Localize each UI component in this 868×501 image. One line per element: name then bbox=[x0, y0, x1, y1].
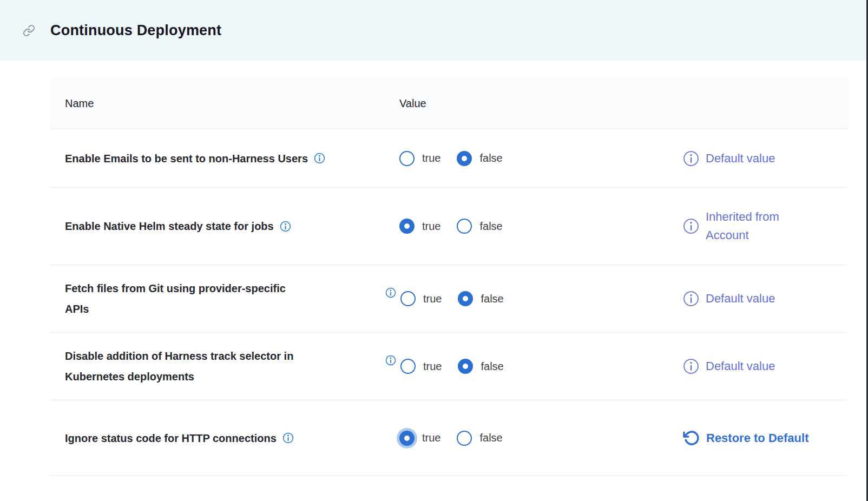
status-text: Default value bbox=[706, 289, 775, 308]
column-header-value: Value bbox=[399, 97, 671, 110]
radio-circle-false bbox=[458, 359, 473, 374]
setting-name: Enable Native Helm steady state for jobs bbox=[65, 216, 274, 236]
radio-label-false: false bbox=[479, 152, 502, 164]
status-badge: Default value bbox=[683, 149, 775, 168]
radio-false[interactable]: false bbox=[457, 151, 502, 166]
setting-name: Enable Emails to be sent to non-Harness … bbox=[65, 148, 308, 169]
info-icon[interactable] bbox=[280, 221, 291, 232]
restore-label: Restore to Default bbox=[706, 429, 808, 447]
setting-name: Disable addition of Harness track select… bbox=[65, 346, 390, 387]
radio-circle-false bbox=[457, 219, 472, 234]
radio-label-true: true bbox=[422, 220, 440, 233]
radio-label-false: false bbox=[479, 432, 502, 444]
info-icon[interactable] bbox=[683, 150, 699, 167]
radio-circle-true bbox=[399, 151, 415, 166]
info-icon[interactable] bbox=[683, 291, 699, 307]
info-icon[interactable] bbox=[385, 287, 396, 298]
radio-false[interactable]: false bbox=[457, 219, 502, 234]
restore-icon bbox=[683, 430, 700, 446]
radio-false[interactable]: false bbox=[458, 359, 503, 374]
setting-row: Enable Native Helm steady state for jobs… bbox=[50, 188, 848, 265]
info-icon[interactable] bbox=[314, 153, 325, 164]
radio-true[interactable]: true bbox=[399, 151, 440, 166]
radio-false[interactable]: false bbox=[458, 291, 503, 306]
status-badge: Default value bbox=[683, 289, 775, 308]
radio-circle-false bbox=[457, 151, 472, 166]
radio-label-true: true bbox=[422, 432, 440, 444]
radio-label-false: false bbox=[481, 360, 503, 373]
radio-circle-true bbox=[399, 219, 415, 234]
info-icon[interactable] bbox=[282, 432, 294, 444]
info-icon[interactable] bbox=[683, 358, 699, 374]
radio-label-false: false bbox=[479, 220, 502, 233]
radio-true[interactable]: true bbox=[399, 431, 440, 446]
radio-group: true false bbox=[399, 219, 671, 234]
radio-circle-true bbox=[400, 359, 416, 374]
radio-circle-true bbox=[400, 291, 416, 306]
radio-circle-true bbox=[399, 431, 415, 446]
settings-table: Name Value Enable Emails to be sent to n… bbox=[50, 78, 848, 476]
table-header-row: Name Value bbox=[50, 78, 848, 129]
status-text: Inherited from Account bbox=[706, 208, 820, 245]
radio-group: true false bbox=[399, 291, 671, 306]
setting-row: Fetch files from Git using provider-spec… bbox=[50, 265, 848, 333]
setting-row: Disable addition of Harness track select… bbox=[50, 333, 848, 400]
setting-name: Fetch files from Git using provider-spec… bbox=[65, 278, 390, 319]
radio-false[interactable]: false bbox=[457, 431, 502, 446]
radio-true[interactable]: true bbox=[400, 291, 442, 306]
status-text: Default value bbox=[706, 149, 775, 168]
link-icon[interactable] bbox=[23, 24, 35, 37]
setting-name: Ignore status code for HTTP connections bbox=[65, 428, 277, 449]
radio-group: true false bbox=[399, 431, 671, 446]
status-badge: Default value bbox=[683, 357, 775, 375]
status-badge: Inherited from Account bbox=[683, 208, 820, 245]
radio-group: true false bbox=[399, 151, 671, 166]
radio-true[interactable]: true bbox=[399, 219, 440, 234]
section-header: Continuous Deployment bbox=[0, 0, 868, 61]
radio-circle-false bbox=[458, 291, 473, 306]
column-header-name: Name bbox=[50, 97, 399, 110]
radio-label-true: true bbox=[423, 293, 442, 305]
info-icon[interactable] bbox=[385, 355, 396, 366]
info-icon[interactable] bbox=[683, 218, 699, 234]
radio-true[interactable]: true bbox=[400, 359, 442, 374]
setting-row: Enable Emails to be sent to non-Harness … bbox=[50, 129, 848, 188]
restore-to-default-button[interactable]: Restore to Default bbox=[683, 429, 808, 447]
status-text: Default value bbox=[706, 357, 775, 375]
radio-label-true: true bbox=[423, 360, 442, 373]
radio-circle-false bbox=[457, 431, 472, 446]
setting-row: Ignore status code for HTTP connections … bbox=[50, 400, 848, 476]
radio-label-true: true bbox=[422, 152, 440, 164]
radio-group: true false bbox=[399, 359, 671, 374]
radio-label-false: false bbox=[481, 293, 503, 305]
page-title: Continuous Deployment bbox=[50, 22, 221, 39]
